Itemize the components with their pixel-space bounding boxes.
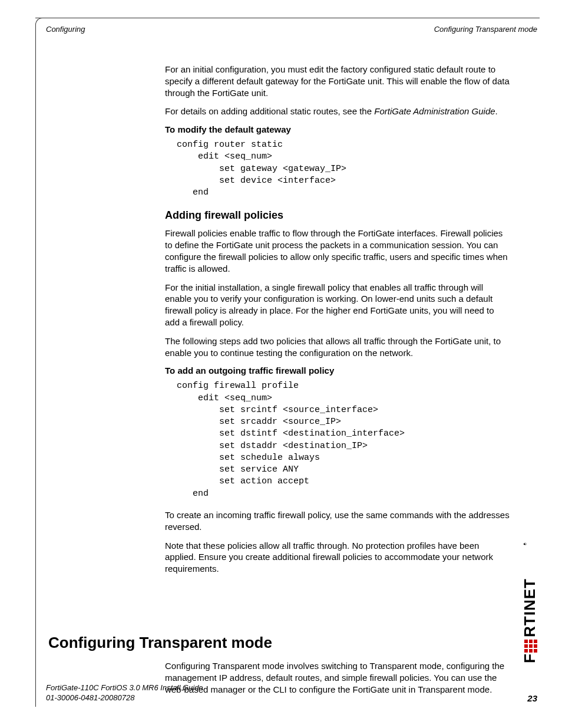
- firewall-code-block: config firewall profile edit <seq_num> s…: [177, 380, 510, 500]
- intro-p2-text-b: .: [495, 106, 498, 116]
- svg-text:®: ®: [524, 542, 527, 545]
- firewall-paragraph-1: Firewall policies enable traffic to flow…: [165, 228, 510, 274]
- firewall-paragraph-5: Note that these policies allow all traff…: [165, 540, 510, 575]
- svg-rect-8: [534, 644, 537, 648]
- svg-rect-4: [529, 649, 533, 653]
- svg-rect-6: [529, 640, 533, 643]
- footer-line-2: 01-30006-0481-20080728: [46, 693, 203, 703]
- firewall-paragraph-4: To create an incoming traffic firewall p…: [165, 509, 510, 533]
- page-number: 23: [527, 693, 537, 703]
- fortinet-logo-svg: F RTINET ®: [522, 533, 538, 663]
- intro-p2-italic: FortiGate Administration Guide: [374, 106, 495, 116]
- svg-rect-5: [529, 644, 533, 648]
- firewall-policy-heading: To add an outgoing traffic firewall poli…: [165, 365, 510, 375]
- svg-text:RTINET: RTINET: [522, 578, 538, 637]
- footer-left: FortiGate-110C FortiOS 3.0 MR6 Install G…: [46, 683, 203, 703]
- header-right: Configuring Transparent mode: [434, 25, 537, 34]
- transparent-heading: Configuring Transparent mode: [48, 634, 510, 652]
- svg-rect-9: [534, 640, 537, 643]
- gateway-code-block: config router static edit <seq_num> set …: [177, 139, 510, 199]
- intro-paragraph-1: For an initial configuration, you must e…: [165, 64, 510, 98]
- header-left: Configuring: [46, 25, 85, 34]
- intro-paragraph-2: For details on adding additional static …: [165, 106, 510, 117]
- main-content: For an initial configuration, you must e…: [165, 64, 510, 582]
- intro-p2-text-a: For details on adding additional static …: [165, 106, 374, 116]
- svg-rect-3: [524, 640, 528, 643]
- svg-rect-2: [524, 644, 528, 648]
- svg-rect-1: [524, 649, 528, 653]
- fortinet-logo-icon: F RTINET ®: [522, 533, 538, 663]
- gateway-heading: To modify the default gateway: [165, 124, 510, 134]
- document-page: Configuring Configuring Transparent mode…: [0, 0, 562, 728]
- svg-text:F: F: [522, 653, 538, 663]
- frame-left-line: [35, 24, 36, 707]
- firewall-section-heading: Adding firewall policies: [165, 209, 510, 222]
- running-header: Configuring Configuring Transparent mode: [46, 25, 537, 34]
- frame-corner: [35, 18, 42, 25]
- frame-top-line: [35, 18, 540, 18]
- svg-rect-7: [534, 649, 537, 653]
- page-footer: FortiGate-110C FortiOS 3.0 MR6 Install G…: [46, 683, 537, 703]
- firewall-paragraph-2: For the initial installation, a single f…: [165, 282, 510, 328]
- footer-line-1: FortiGate-110C FortiOS 3.0 MR6 Install G…: [46, 683, 203, 693]
- firewall-paragraph-3: The following steps add two policies tha…: [165, 335, 510, 359]
